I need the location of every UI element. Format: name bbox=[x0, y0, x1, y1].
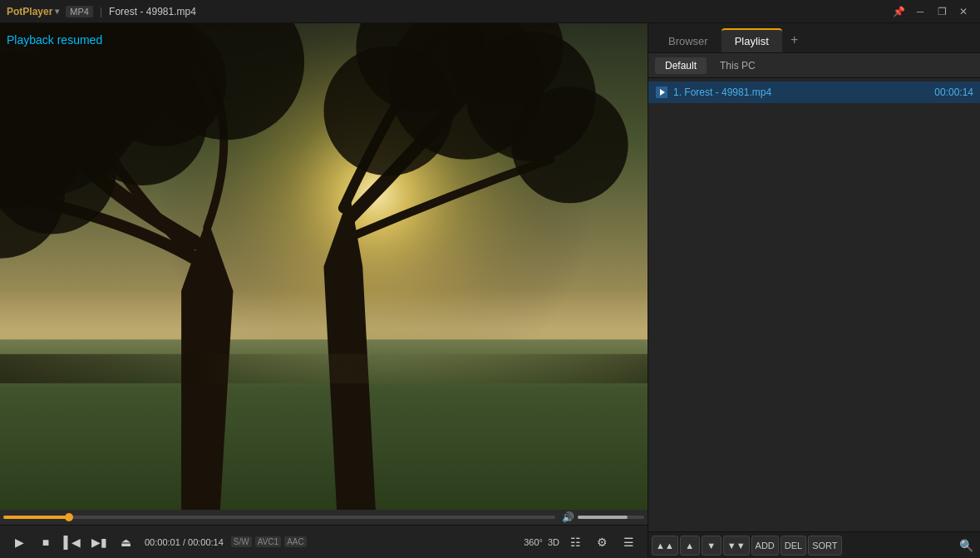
badge-360: 360° bbox=[524, 537, 543, 547]
minimize-button[interactable]: ─ bbox=[910, 3, 930, 20]
panel-tabs: Browser Playlist + bbox=[648, 23, 980, 53]
volume-icon: 🔊 bbox=[562, 511, 574, 523]
properties-button[interactable]: ⚙ bbox=[589, 531, 614, 554]
playlist-items: 1. Forest - 49981.mp4 00:00:14 bbox=[648, 78, 980, 531]
progress-fill bbox=[3, 516, 69, 519]
tab-browser[interactable]: Browser bbox=[655, 30, 721, 52]
volume-bar[interactable] bbox=[578, 516, 644, 519]
playback-status: Playback resumed bbox=[7, 33, 102, 47]
titlebar-controls: 📌 ─ ❐ ✕ bbox=[889, 3, 973, 20]
avc-badge: AVC1 bbox=[255, 536, 281, 547]
playlist-item-name: 1. Forest - 49981.mp4 bbox=[673, 86, 929, 98]
panel-bottom-toolbar: ▲▲ ▲ ▼ ▼▼ ADD DEL SORT 🔍 bbox=[648, 531, 980, 558]
playlist-subtabs: Default This PC bbox=[648, 53, 980, 78]
subtab-default[interactable]: Default bbox=[655, 57, 707, 74]
del-button[interactable]: DEL bbox=[781, 536, 806, 556]
sw-badge: S/W bbox=[231, 536, 252, 547]
badge-3d: 3D bbox=[548, 537, 559, 547]
title-format-badge: MP4 bbox=[66, 6, 93, 17]
open-button[interactable]: ⏏ bbox=[113, 531, 138, 554]
play-button[interactable]: ▶ bbox=[7, 531, 32, 554]
prev-button[interactable]: ▌◀ bbox=[60, 531, 85, 554]
sort-button[interactable]: SORT bbox=[808, 536, 841, 556]
main-content: Playback resumed 🔊 ▶ ■ ▌◀ ▶▮ ⏏ 00:00:01 bbox=[0, 23, 980, 558]
tab-playlist[interactable]: Playlist bbox=[721, 28, 782, 52]
video-canvas bbox=[0, 23, 648, 510]
move-bottom-button[interactable]: ▼▼ bbox=[723, 536, 750, 556]
progress-thumb bbox=[65, 513, 73, 521]
playlist-item-icon bbox=[655, 86, 668, 99]
eq-button[interactable]: ☷ bbox=[563, 531, 588, 554]
time-display: 00:00:01 / 00:00:14 bbox=[145, 537, 224, 547]
next-button[interactable]: ▶▮ bbox=[86, 531, 111, 554]
right-panel: Browser Playlist + Default This PC bbox=[648, 23, 980, 558]
maximize-button[interactable]: ❐ bbox=[932, 3, 952, 20]
titlebar-left: PotPlayer ▾ MP4 | Forest - 49981.mp4 bbox=[7, 6, 196, 17]
playlist-item[interactable]: 1. Forest - 49981.mp4 00:00:14 bbox=[648, 81, 980, 103]
aac-badge: AAC bbox=[284, 536, 307, 547]
tab-add[interactable]: + bbox=[782, 27, 806, 52]
titlebar: PotPlayer ▾ MP4 | Forest - 49981.mp4 📌 ─… bbox=[0, 0, 980, 23]
progress-area: 🔊 bbox=[0, 510, 648, 525]
progress-bar[interactable] bbox=[3, 516, 555, 519]
subtab-this-pc[interactable]: This PC bbox=[710, 57, 766, 74]
move-top-button[interactable]: ▲▲ bbox=[652, 536, 678, 556]
app-logo: PotPlayer ▾ bbox=[7, 6, 59, 17]
controls-bar: ▶ ■ ▌◀ ▶▮ ⏏ 00:00:01 / 00:00:14 S/W AVC1… bbox=[0, 525, 648, 558]
add-button[interactable]: ADD bbox=[751, 536, 779, 556]
video-container[interactable]: Playback resumed bbox=[0, 23, 648, 510]
volume-area: 🔊 bbox=[562, 511, 644, 523]
stop-button[interactable]: ■ bbox=[33, 531, 58, 554]
current-time: 00:00:01 bbox=[145, 537, 180, 547]
playlist-toggle-button[interactable]: ☰ bbox=[616, 531, 641, 554]
duration: 00:00:14 bbox=[188, 537, 224, 547]
playlist-item-duration: 00:00:14 bbox=[934, 86, 973, 98]
close-button[interactable]: ✕ bbox=[953, 3, 973, 20]
title-filename: Forest - 49981.mp4 bbox=[109, 6, 196, 17]
app-name: PotPlayer bbox=[7, 6, 52, 17]
search-button[interactable]: 🔍 bbox=[956, 536, 977, 556]
volume-fill bbox=[578, 516, 628, 519]
video-area: Playback resumed 🔊 ▶ ■ ▌◀ ▶▮ ⏏ 00:00:01 bbox=[0, 23, 648, 558]
move-down-button[interactable]: ▼ bbox=[702, 536, 721, 556]
move-up-button[interactable]: ▲ bbox=[680, 536, 700, 556]
pin-button[interactable]: 📌 bbox=[889, 3, 909, 20]
app-menu-chevron[interactable]: ▾ bbox=[55, 7, 59, 16]
title-separator: | bbox=[100, 6, 102, 17]
